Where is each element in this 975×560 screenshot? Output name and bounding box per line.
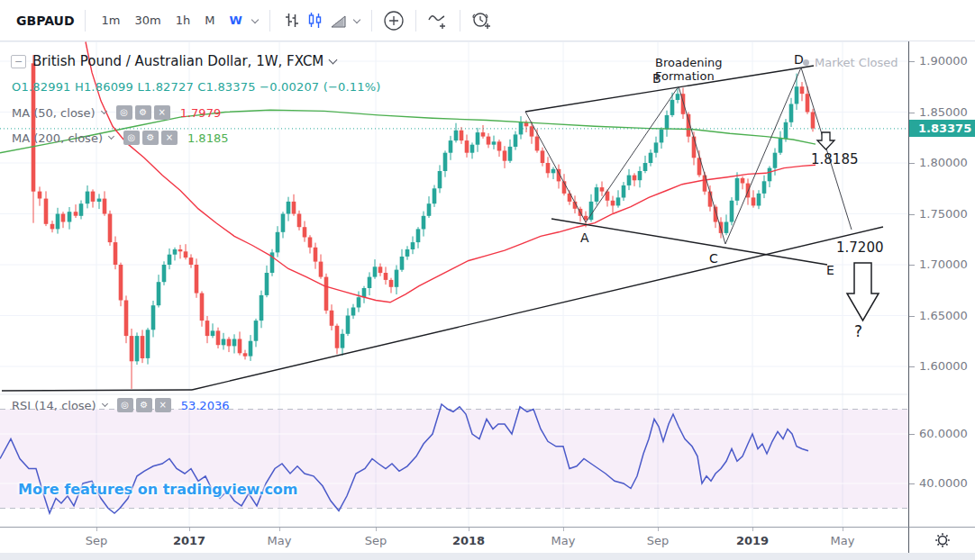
support-ascending-line[interactable] xyxy=(192,227,883,390)
ma200-value: 1.8185 xyxy=(187,131,229,145)
toolbar-separator xyxy=(269,10,270,32)
time-tick xyxy=(279,528,280,531)
toolbar-separator xyxy=(371,10,372,32)
ma50-chevron-down-icon[interactable] xyxy=(101,108,107,114)
style-chevron-down-icon[interactable] xyxy=(353,15,360,23)
time-tick xyxy=(376,528,377,531)
interval-M-button[interactable]: M xyxy=(198,10,221,31)
price-axis[interactable]: 1.900001.850001.800001.750001.700001.650… xyxy=(908,41,975,527)
broadening-lower-line[interactable] xyxy=(551,219,827,265)
formation-point-a[interactable]: A xyxy=(580,230,589,245)
indicators-icon[interactable] xyxy=(426,9,450,32)
hide-indicator-icon[interactable]: ◎ xyxy=(116,105,132,120)
hide-indicator-icon[interactable]: ◎ xyxy=(123,131,140,145)
interval-1h-button[interactable]: 1h xyxy=(169,10,197,31)
axis-tick xyxy=(909,316,915,317)
axis-tick-label: 60.0000 xyxy=(919,427,968,440)
axis-tick-label: 1.85000 xyxy=(919,105,968,119)
axis-tick-label: 1.80000 xyxy=(919,156,968,169)
indicator-settings-icon[interactable]: ⚙ xyxy=(135,105,151,120)
big-down-arrow[interactable] xyxy=(847,263,879,321)
axis-tick xyxy=(909,61,915,62)
tradingview-chart-app: GBPAUD 1m30m1hMW − British Pound / xyxy=(0,0,975,560)
bars-style-icon[interactable] xyxy=(280,9,304,32)
interval-1m-button[interactable]: 1m xyxy=(96,10,127,31)
chart-title[interactable]: British Pound / Australian Dollar, 1W, F… xyxy=(32,53,323,69)
formation-point-c[interactable]: C xyxy=(709,251,718,266)
ma200-chevron-down-icon[interactable] xyxy=(108,133,114,140)
abcde-zigzag-line[interactable] xyxy=(525,68,852,244)
collapse-pane-icon[interactable]: − xyxy=(11,55,26,68)
alert-icon[interactable] xyxy=(470,9,494,32)
gear-icon xyxy=(934,532,951,548)
rsi-chevron-down-icon[interactable] xyxy=(102,401,108,407)
formation-point-b[interactable]: B xyxy=(652,71,661,86)
toolbar: GBPAUD 1m30m1hMW xyxy=(0,0,975,41)
time-tick xyxy=(658,528,659,531)
hide-indicator-icon[interactable]: ◎ xyxy=(117,398,133,412)
axis-tick xyxy=(909,434,915,435)
time-tick-label: May xyxy=(831,534,855,547)
remove-indicator-icon[interactable]: × xyxy=(161,131,178,145)
candles-style-icon[interactable] xyxy=(304,9,327,32)
rsi-value: 53.2036 xyxy=(181,399,230,412)
toolbar-separator xyxy=(415,10,416,32)
interval-group: 1m30m1hMW xyxy=(96,10,249,31)
formation-point-e[interactable]: E xyxy=(826,263,834,277)
broadening-formation-label[interactable]: Broadening Formation xyxy=(655,56,723,83)
interval-30m-button[interactable]: 30m xyxy=(128,10,167,31)
time-tick xyxy=(96,528,97,531)
rsi-icon-group: ◎⚙× xyxy=(117,398,171,412)
support-horizontal-line[interactable] xyxy=(2,390,192,391)
time-tick-label: Sep xyxy=(365,534,387,547)
interval-chevron-down-icon[interactable] xyxy=(251,15,259,23)
toolbar-separator xyxy=(85,10,86,32)
remove-indicator-icon[interactable]: × xyxy=(155,398,171,412)
axis-tick-label: 1.60000 xyxy=(919,359,968,373)
area-style-icon[interactable] xyxy=(327,9,351,32)
axis-tick xyxy=(909,265,915,266)
symbol-button[interactable]: GBPAUD xyxy=(16,14,75,28)
axis-settings-button[interactable] xyxy=(908,527,975,553)
time-tick-label: May xyxy=(268,534,292,547)
market-status-dot-icon xyxy=(803,59,809,66)
time-tick xyxy=(469,528,469,531)
time-tick xyxy=(563,528,564,531)
axis-tick xyxy=(909,214,915,215)
annotation-text-1[interactable]: 1.7200 xyxy=(836,239,884,256)
time-tick-label: Sep xyxy=(86,534,108,547)
toolbar-separator xyxy=(460,10,460,32)
market-status: Market Closed xyxy=(803,56,898,69)
time-tick xyxy=(843,528,843,531)
annotation-text-0[interactable]: 1.8185 xyxy=(811,151,859,167)
small-down-arrow[interactable] xyxy=(817,132,834,149)
ma50-icon-group: ◎⚙× xyxy=(116,105,170,120)
time-axis[interactable]: Sep2017MaySep2018MaySep2019May xyxy=(0,527,908,553)
axis-tick xyxy=(909,366,915,367)
ma50-value: 1.7979 xyxy=(180,106,222,120)
indicator-settings-icon[interactable]: ⚙ xyxy=(136,398,152,412)
axis-tick-label: 40.0000 xyxy=(919,476,968,490)
rsi-label[interactable]: RSI (14, close) xyxy=(12,399,96,412)
title-chevron-down-icon[interactable] xyxy=(329,55,338,64)
remove-indicator-icon[interactable]: × xyxy=(154,105,170,120)
time-tick-label: 2019 xyxy=(736,534,769,547)
main-pane-legend: − British Pound / Australian Dollar, 1W,… xyxy=(11,53,336,69)
page-edge-strip xyxy=(0,553,975,560)
tradingview-watermark-link[interactable]: More features on tradingview.com xyxy=(18,481,298,498)
axis-tick-label: 1.90000 xyxy=(919,54,968,68)
ma50-label[interactable]: MA (50, close) xyxy=(12,106,96,120)
axis-tick-label: 1.70000 xyxy=(919,257,968,271)
annotation-text-2[interactable]: ? xyxy=(854,322,862,340)
ma200-label[interactable]: MA (200, close) xyxy=(12,131,103,145)
axis-tick-label: 1.75000 xyxy=(919,207,968,221)
indicator-settings-icon[interactable]: ⚙ xyxy=(142,131,159,145)
compare-add-icon[interactable] xyxy=(382,9,405,32)
market-status-text: Market Closed xyxy=(815,56,898,69)
time-tick xyxy=(752,528,753,531)
time-tick-label: May xyxy=(551,534,576,547)
interval-W-button[interactable]: W xyxy=(223,10,248,31)
axis-tick xyxy=(909,163,915,164)
ma50-legend-row: MA (50, close) ◎⚙× 1.7979 xyxy=(12,105,221,120)
ohlc-values: O1.82991 H1.86099 L1.82727 C1.83375 −0.0… xyxy=(12,80,381,94)
